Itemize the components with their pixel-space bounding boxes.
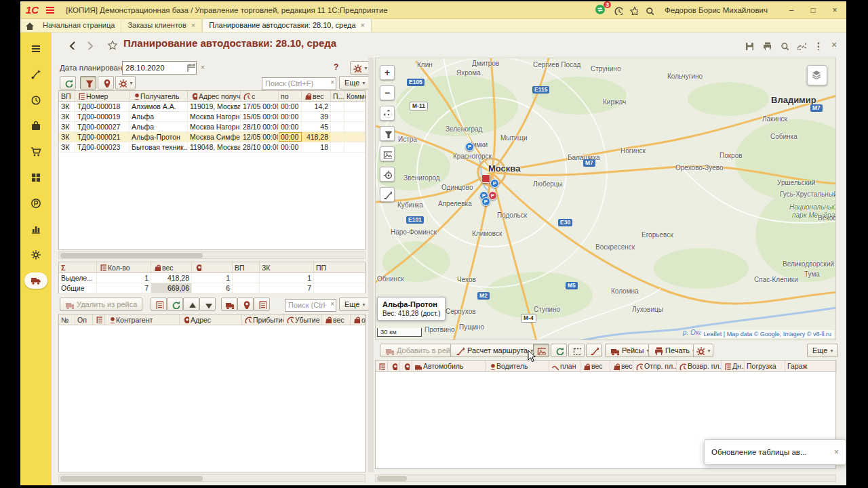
forward-button[interactable] <box>81 38 96 52</box>
route-pin-button[interactable] <box>237 298 254 311</box>
route-more-button[interactable]: Еще▾ <box>339 298 370 311</box>
orders-hscrollbar[interactable] <box>58 251 366 259</box>
column-header-5[interactable]: Прибытие <box>242 314 284 325</box>
sidebar-item-menu[interactable] <box>24 41 47 57</box>
order-row[interactable]: ЗКТД00-000023Бытовая техник...119048, Мо… <box>59 142 365 152</box>
vehicles-settings-button[interactable]: ▾ <box>693 344 713 357</box>
orders-search-input[interactable] <box>262 77 336 90</box>
notification-close-icon[interactable]: × <box>834 447 839 457</box>
column-header-1[interactable]: Оп <box>75 314 93 325</box>
discussions-button[interactable]: 3 <box>595 4 607 16</box>
column-header-2[interactable] <box>93 314 105 325</box>
column-header-1[interactable] <box>388 361 400 371</box>
map-snapshot-button[interactable] <box>380 146 395 161</box>
planning-date-input[interactable] <box>122 61 197 75</box>
tab-close-icon[interactable]: × <box>191 19 195 32</box>
column-header-3[interactable] <box>192 262 233 272</box>
map-route-button[interactable] <box>380 187 395 202</box>
route-calc-button[interactable]: Расчет маршрута▾ <box>450 344 538 357</box>
column-header-6[interactable]: ПП <box>314 262 366 272</box>
column-header-7[interactable]: П... <box>331 91 344 101</box>
column-header-0[interactable] <box>376 361 388 371</box>
tab-close-icon[interactable]: × <box>361 19 365 32</box>
sidebar-item-cart[interactable] <box>24 144 47 160</box>
sidebar-item-chart[interactable] <box>24 221 47 237</box>
calendar-icon[interactable] <box>186 63 195 72</box>
sidebar-item-clock[interactable] <box>24 92 47 108</box>
favorite-star-button[interactable] <box>104 38 119 52</box>
orders-more-button[interactable]: Еще▾ <box>339 76 370 89</box>
column-header-4[interactable]: с <box>241 91 279 101</box>
zoom-out-button[interactable]: − <box>380 85 395 100</box>
vehicles-hscrollbar[interactable] <box>375 474 836 482</box>
column-header-0[interactable]: Σ <box>59 262 97 272</box>
column-header-0[interactable]: ВП <box>59 91 75 101</box>
favorites-icon[interactable] <box>629 6 638 15</box>
map-marker-blue[interactable]: P <box>465 142 474 151</box>
orders-settings-button[interactable]: ▾ <box>115 76 136 89</box>
current-user[interactable]: Федоров Борис Михайлович <box>665 6 768 14</box>
sidebar-item-gear[interactable] <box>24 247 47 263</box>
order-row[interactable]: ЗКТД00-000021Альфа-ПротонМосква Симфе...… <box>59 132 365 142</box>
column-header-8[interactable]: Отпр. пл... <box>633 361 677 371</box>
save-button[interactable] <box>742 39 755 52</box>
route-search-clear[interactable]: × <box>330 300 334 308</box>
delivery-map[interactable]: КлинДмитровСергиев ПосадЯхромаСтруниноКо… <box>375 58 836 340</box>
column-header-8[interactable]: от г... <box>351 314 366 325</box>
map-marker-blue[interactable]: P <box>481 197 490 206</box>
layers-button[interactable] <box>807 65 827 85</box>
form-close-button[interactable]: × <box>827 38 841 52</box>
column-header-4[interactable]: ВП <box>233 262 260 272</box>
map-filter-button[interactable] <box>380 126 395 141</box>
orders-map-pins-button[interactable] <box>98 76 114 89</box>
order-row[interactable]: ЗКТД00-000018Алхимов А.А.119019, Москва.… <box>59 102 365 112</box>
map-marker-blue[interactable]: P <box>490 179 499 188</box>
home-tab-button[interactable] <box>20 19 37 32</box>
column-header-2[interactable] <box>400 361 412 371</box>
route-search-input[interactable] <box>285 299 336 312</box>
tab[interactable]: Начальная страница <box>37 18 121 32</box>
orders-search-clear[interactable]: × <box>330 79 334 86</box>
move-up-button[interactable] <box>183 298 199 311</box>
map-marker-redsq[interactable] <box>481 174 490 183</box>
column-header-11[interactable]: Погрузка <box>745 361 785 371</box>
add-to-trip-button[interactable]: Добавить в рейс <box>380 344 459 357</box>
pan-tool-button[interactable] <box>380 106 395 121</box>
sidebar-item-grid[interactable] <box>24 169 47 186</box>
map-center-button[interactable] <box>380 167 395 182</box>
column-header-7[interactable]: вес <box>610 361 633 371</box>
column-header-0[interactable]: № <box>59 314 75 325</box>
column-header-4[interactable]: Водитель <box>486 361 549 371</box>
area-select-button[interactable] <box>568 344 585 357</box>
route-list-button[interactable] <box>254 298 270 311</box>
get-link-button[interactable] <box>795 39 808 52</box>
column-header-1[interactable]: Кол-во <box>97 262 151 272</box>
column-header-1[interactable]: Номер <box>75 91 130 101</box>
column-header-6[interactable]: вес <box>580 361 610 371</box>
column-header-10[interactable]: Дн... <box>722 361 745 371</box>
order-row[interactable]: ЗКТД00-000019АльфаМосква Нагорн...15/05 … <box>59 112 365 122</box>
search-icon[interactable] <box>645 6 654 15</box>
minimize-button[interactable]: – <box>784 3 799 17</box>
vehicles-refresh-button[interactable] <box>551 344 567 357</box>
sidebar-item-truck[interactable] <box>24 272 47 289</box>
notification-toast[interactable]: Обновление таблицы ав... × <box>704 439 846 465</box>
column-header-4[interactable]: Адрес <box>180 314 242 325</box>
sidebar-item-bag[interactable] <box>24 118 47 134</box>
column-header-3[interactable]: Контрагент <box>105 314 180 325</box>
order-row[interactable]: ЗКТД00-000027АльфаМосква Нагорн...28/10 … <box>59 122 365 132</box>
history-icon[interactable] <box>614 6 623 15</box>
form-settings-button[interactable]: ▾ <box>350 61 370 75</box>
show-route-button[interactable] <box>586 344 602 357</box>
route-truck-button[interactable] <box>221 298 237 311</box>
trips-button[interactable]: Рейсы▾ <box>605 344 655 357</box>
print-button[interactable] <box>760 39 773 52</box>
column-header-3[interactable]: Автомобиль <box>412 361 486 371</box>
maximize-button[interactable]: □ <box>806 3 821 17</box>
orders-refresh-button[interactable] <box>60 76 76 89</box>
tab[interactable]: Заказы клиентов× <box>121 18 202 32</box>
vehicles-more-button[interactable]: Еще▾ <box>807 344 838 357</box>
help-button[interactable]: ? <box>334 62 338 72</box>
zoom-in-button[interactable]: + <box>380 65 395 80</box>
column-header-12[interactable]: Гараж <box>785 361 837 371</box>
